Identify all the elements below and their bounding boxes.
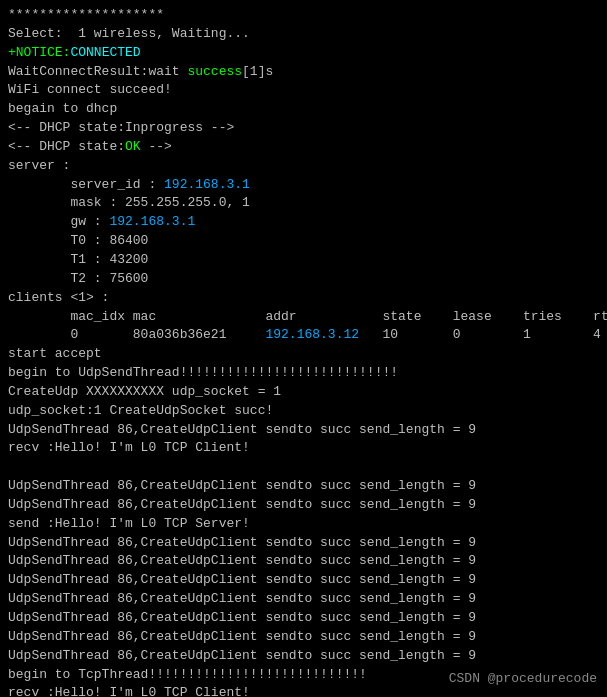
- wait-success: success: [187, 64, 242, 79]
- line-clients: clients <1> :: [8, 289, 599, 308]
- line-udp-6: UdpSendThread 86,CreateUdpClient sendto …: [8, 571, 599, 590]
- watermark: CSDN @procedurecode: [449, 670, 597, 689]
- line-udp-9: UdpSendThread 86,CreateUdpClient sendto …: [8, 628, 599, 647]
- line-gw: gw : 192.168.3.1: [8, 213, 599, 232]
- dhcp-suffix: -->: [141, 139, 172, 154]
- line-notice: +NOTICE:CONNECTED: [8, 44, 599, 63]
- line-t0: T0 : 86400: [8, 232, 599, 251]
- client-mac: 0 80a036b36e21: [8, 327, 265, 342]
- line-udp-socket: udp_socket:1 CreateUdpSocket succ!: [8, 402, 599, 421]
- line-wait: WaitConnectResult:wait success[1]s: [8, 63, 599, 82]
- notice-connected: CONNECTED: [70, 45, 140, 60]
- line-t1: T1 : 43200: [8, 251, 599, 270]
- server-id-ip: 192.168.3.1: [164, 177, 250, 192]
- line-udp-3: UdpSendThread 86,CreateUdpClient sendto …: [8, 496, 599, 515]
- line-udp-5: UdpSendThread 86,CreateUdpClient sendto …: [8, 552, 599, 571]
- gw-label: gw :: [8, 214, 109, 229]
- client-ip: 192.168.3.12: [265, 327, 359, 342]
- line-asterisks: ********************: [8, 6, 599, 25]
- line-server-id: server_id : 192.168.3.1: [8, 176, 599, 195]
- dhcp-prefix: <-- DHCP state:: [8, 139, 125, 154]
- line-udp-1: UdpSendThread 86,CreateUdpClient sendto …: [8, 421, 599, 440]
- line-dhcp-inprogress: <-- DHCP state:Inprogress -->: [8, 119, 599, 138]
- line-create-udp: CreateUdp XXXXXXXXXX udp_socket = 1: [8, 383, 599, 402]
- line-udp-7: UdpSendThread 86,CreateUdpClient sendto …: [8, 590, 599, 609]
- line-dhcp-begin: begain to dhcp: [8, 100, 599, 119]
- wait-text: WaitConnectResult:wait: [8, 64, 187, 79]
- line-server: server :: [8, 157, 599, 176]
- line-udp-8: UdpSendThread 86,CreateUdpClient sendto …: [8, 609, 599, 628]
- line-udp-10: UdpSendThread 86,CreateUdpClient sendto …: [8, 647, 599, 666]
- line-start-accept: start accept: [8, 345, 599, 364]
- gw-ip: 192.168.3.1: [109, 214, 195, 229]
- wait-bracket: [1]s: [242, 64, 273, 79]
- line-blank-1: [8, 458, 599, 477]
- notice-plus: +NOTICE:: [8, 45, 70, 60]
- line-wifi: WiFi connect succeed!: [8, 81, 599, 100]
- line-udp-4: UdpSendThread 86,CreateUdpClient sendto …: [8, 534, 599, 553]
- server-id-label: server_id :: [8, 177, 164, 192]
- line-table-header: mac_idx mac addr state lease tries rto: [8, 308, 599, 327]
- line-mask: mask : 255.255.255.0, 1: [8, 194, 599, 213]
- line-t2: T2 : 75600: [8, 270, 599, 289]
- line-dhcp-ok: <-- DHCP state:OK -->: [8, 138, 599, 157]
- line-recv-1: recv :Hello! I'm L0 TCP Client!: [8, 439, 599, 458]
- line-udp-begin: begin to UdpSendThread!!!!!!!!!!!!!!!!!!…: [8, 364, 599, 383]
- terminal-window: ******************** Select: 1 wireless,…: [0, 0, 607, 697]
- line-select: Select: 1 wireless, Waiting...: [8, 25, 599, 44]
- line-udp-2: UdpSendThread 86,CreateUdpClient sendto …: [8, 477, 599, 496]
- line-send-server-1: send :Hello! I'm L0 TCP Server!: [8, 515, 599, 534]
- dhcp-ok-text: OK: [125, 139, 141, 154]
- client-rest: 10 0 1 4: [359, 327, 601, 342]
- line-client-row: 0 80a036b36e21 192.168.3.12 10 0 1 4: [8, 326, 599, 345]
